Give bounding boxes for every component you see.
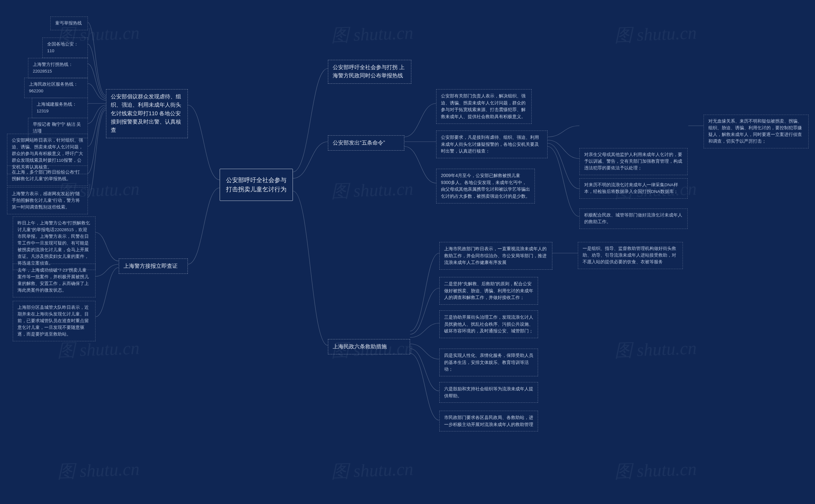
leaf-d-2[interactable]: 对来历不明的流浪乞讨未成年人一律采集DNA样本，经检验后将数据录入全国打拐DNA… [579,178,688,199]
leaf-a-0[interactable]: 童丐举报热线 [50,17,88,30]
watermark: 图 shutu.cn [614,336,697,363]
watermark: 图 shutu.cn [57,457,140,484]
sub-e-3[interactable]: 六是鼓励和支持社会组织等为流浪未成年人提供帮助。 [439,382,538,403]
leaf-b-1[interactable]: 去年，上海成功侦破“7·23”拐卖儿童案件等一批案件，并积极开展被拐儿童的解救、… [13,264,96,297]
watermark: 图 shutu.cn [331,21,414,48]
main-node-c[interactable]: 公安部呼吁全社会参与打拐 上海警方民政同时公布举报热线 [328,60,411,84]
sub-e-1[interactable]: 三是协助开展街头治理工作，发现流浪乞讨人员扰挠他人、扰乱社会秩序、污损公共设施、… [439,310,538,338]
leaf-a-3[interactable]: 上海民政社区服务热线：962200 [24,78,88,98]
leaf-a-7[interactable]: 在上海，多个部门昨日纷纷公布“打拐解救乞讨儿童”的举报热线。 [7,166,88,186]
leaf-d-3[interactable]: 积极配合民政、城管等部门做好流浪乞讨未成年人的救助工作。 [579,209,688,229]
leaf-a-2[interactable]: 上海警方打拐热线：22028515 [28,58,88,78]
leaf-a-1[interactable]: 全国各地公安：110 [42,38,88,58]
leaf-d-1[interactable]: 对亲生父母或其他监护人利用未成年人乞讨的，要予以训诫、警告，交有关部门加强教育管… [579,148,688,175]
main-node-b[interactable]: 上海警方接报立即查证 [119,259,188,274]
watermark: 图 shutu.cn [331,177,414,204]
watermark: 图 shutu.cn [614,21,697,48]
watermark: 图 shutu.cn [331,457,414,484]
main-node-a[interactable]: 公安部倡议群众发现虐待、组织、强迫、利用未成年人街头乞讨线索立即打110 各地公… [106,89,188,138]
main-node-d[interactable]: 公安部发出“五条命令” [328,135,404,151]
center-node[interactable]: 公安部呼吁全社会参与打击拐卖儿童乞讨行为 [220,169,293,201]
sub-e-0[interactable]: 二是坚持“先解救、后救助”的原则，配合公安做好被拐卖、胁迫、诱骗、利用乞讨的未成… [439,277,538,305]
watermark: 图 shutu.cn [614,457,697,484]
mindmap-canvas: 图 shutu.cn 图 shutu.cn 图 shutu.cn 图 shutu… [0,0,815,504]
sub-d-lead[interactable]: 公安部要求，凡是接到有虐待、组织、强迫、利用未成年人街头乞讨嫌疑报警的，各地公安… [436,131,548,158]
sub-d-0[interactable]: 公安部有关部门负责人表示，解决组织、强迫、诱骗、拐卖未成年人乞讨问题，群众的参与… [436,89,532,124]
leaf-b-0[interactable]: 昨日上午，上海警方公布“打拐解救乞讨儿童”的举报电话22028515，欢迎市民举… [13,217,96,270]
main-node-e[interactable]: 上海民政六条救助措施 [328,339,410,354]
leaf-d-0[interactable]: 对无血缘关系、来历不明和疑似被拐卖、拐骗、组织、胁迫、诱骗、利用乞讨的，要控制犯… [704,115,809,148]
leaf-a-4[interactable]: 上海城建服务热线：12319 [32,98,88,118]
sub-e-lead[interactable]: 上海市民政部门昨日表示，一直重视流浪未成年人的救助工作，并会同市综治办、市公安局… [439,242,552,270]
leaf-a-8[interactable]: 上海警方表示，感谢网友发起的“随手拍照解救乞讨儿童”行动，警方将第一时间调查甄别… [7,187,88,214]
sub-e-4[interactable]: 市民政部门要求各区县民政局、各救助站，进一步积极主动开展对流浪未成年人的救助管理 [439,411,538,431]
leaf-e-lead[interactable]: 一是组织、指导、监督救助管理机构做好街头救助、劝导、引导流浪未成年人进站接受救助… [578,242,683,269]
sub-d-1[interactable]: 2009年4月至今，公安部已解救被拐儿童9300多人。各地公安发现，未成年乞丐中… [436,169,535,203]
leaf-b-2[interactable]: 上海部分区县城管大队昨日表示，近期并未在上海街头发现乞讨儿童。目前，已要求城管队… [13,301,96,341]
sub-e-2[interactable]: 四是实现人性化、亲情化服务，保障受助人员的基本生活，安排文体娱乐、教育培训等活动… [439,349,538,376]
